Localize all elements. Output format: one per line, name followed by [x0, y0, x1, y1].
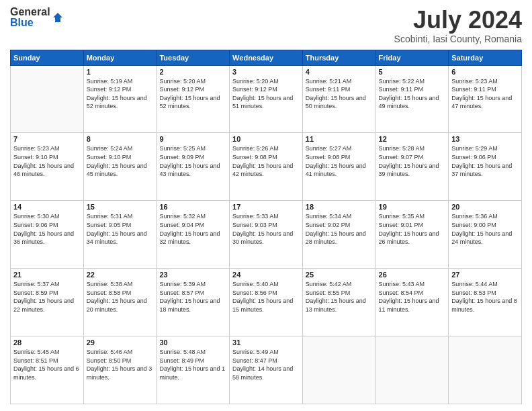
calendar-cell: 22 Sunrise: 5:38 AM Sunset: 8:58 PM Dayl… — [83, 269, 157, 336]
cell-info: Sunrise: 5:19 AM Sunset: 9:12 PM Dayligh… — [87, 77, 154, 111]
day-header-friday: Friday — [375, 50, 449, 65]
day-number: 2 — [159, 68, 226, 76]
day-header-monday: Monday — [83, 50, 157, 65]
cell-info: Sunrise: 5:43 AM Sunset: 8:54 PM Dayligh… — [379, 280, 446, 314]
cell-info: Sunrise: 5:31 AM Sunset: 9:05 PM Dayligh… — [87, 212, 154, 246]
page: General Blue July 2024 Scobinti, Iasi Co… — [0, 0, 532, 411]
day-header-wednesday: Wednesday — [230, 50, 303, 65]
day-number: 6 — [451, 68, 519, 76]
calendar-cell: 7 Sunrise: 5:23 AM Sunset: 9:10 PM Dayli… — [11, 133, 84, 201]
cell-info: Sunrise: 5:21 AM Sunset: 9:11 PM Dayligh… — [306, 77, 373, 111]
day-number: 3 — [232, 68, 300, 76]
calendar-cell: 8 Sunrise: 5:24 AM Sunset: 9:10 PM Dayli… — [83, 133, 157, 201]
cell-info: Sunrise: 5:36 AM Sunset: 9:00 PM Dayligh… — [451, 212, 519, 246]
day-header-sunday: Sunday — [11, 50, 84, 65]
calendar-cell: 29 Sunrise: 5:46 AM Sunset: 8:50 PM Dayl… — [83, 336, 157, 404]
calendar-cell: 16 Sunrise: 5:32 AM Sunset: 9:04 PM Dayl… — [157, 201, 230, 269]
logo-blue-text: Blue — [10, 17, 50, 28]
day-number: 22 — [87, 271, 154, 279]
day-number: 18 — [306, 203, 373, 211]
calendar-cell: 30 Sunrise: 5:48 AM Sunset: 8:49 PM Dayl… — [157, 336, 230, 404]
cell-info: Sunrise: 5:49 AM Sunset: 8:47 PM Dayligh… — [232, 348, 300, 381]
cell-info: Sunrise: 5:48 AM Sunset: 8:49 PM Dayligh… — [159, 348, 226, 381]
calendar-cell: 19 Sunrise: 5:35 AM Sunset: 9:01 PM Dayl… — [375, 201, 449, 269]
cell-info: Sunrise: 5:46 AM Sunset: 8:50 PM Dayligh… — [87, 348, 154, 381]
day-number: 25 — [306, 271, 373, 279]
calendar-cell: 26 Sunrise: 5:43 AM Sunset: 8:54 PM Dayl… — [375, 269, 449, 336]
cell-info: Sunrise: 5:30 AM Sunset: 9:06 PM Dayligh… — [13, 212, 81, 246]
day-number: 1 — [87, 68, 154, 76]
calendar-cell: 1 Sunrise: 5:19 AM Sunset: 9:12 PM Dayli… — [83, 65, 157, 133]
cell-info: Sunrise: 5:29 AM Sunset: 9:06 PM Dayligh… — [451, 144, 519, 178]
logo-general-text: General — [10, 7, 50, 17]
day-number: 13 — [451, 135, 519, 143]
cell-info: Sunrise: 5:25 AM Sunset: 9:09 PM Dayligh… — [159, 144, 226, 178]
cell-info: Sunrise: 5:39 AM Sunset: 8:57 PM Dayligh… — [159, 280, 226, 314]
cell-info: Sunrise: 5:24 AM Sunset: 9:10 PM Dayligh… — [87, 144, 154, 178]
day-number: 29 — [87, 338, 154, 347]
cell-info: Sunrise: 5:38 AM Sunset: 8:58 PM Dayligh… — [87, 280, 154, 314]
day-number: 23 — [159, 271, 226, 279]
calendar-cell: 24 Sunrise: 5:40 AM Sunset: 8:56 PM Dayl… — [230, 269, 303, 336]
title-block: July 2024 Scobinti, Iasi County, Romania — [394, 7, 522, 44]
calendar-cell: 25 Sunrise: 5:42 AM Sunset: 8:55 PM Dayl… — [302, 269, 375, 336]
day-number: 9 — [159, 135, 226, 143]
logo: General Blue — [10, 7, 64, 28]
day-number: 28 — [13, 338, 81, 347]
cell-info: Sunrise: 5:45 AM Sunset: 8:51 PM Dayligh… — [13, 348, 81, 381]
header: General Blue July 2024 Scobinti, Iasi Co… — [10, 7, 522, 44]
day-number: 31 — [232, 338, 300, 347]
day-header-tuesday: Tuesday — [157, 50, 230, 65]
cell-info: Sunrise: 5:34 AM Sunset: 9:02 PM Dayligh… — [306, 212, 373, 246]
day-number: 20 — [451, 203, 519, 211]
calendar-table: SundayMondayTuesdayWednesdayThursdayFrid… — [10, 50, 522, 404]
day-number: 21 — [13, 271, 81, 279]
cell-info: Sunrise: 5:27 AM Sunset: 9:08 PM Dayligh… — [306, 144, 373, 178]
day-number: 17 — [232, 203, 300, 211]
day-number: 12 — [379, 135, 446, 143]
calendar-cell: 3 Sunrise: 5:20 AM Sunset: 9:12 PM Dayli… — [230, 65, 303, 133]
week-row-4: 28 Sunrise: 5:45 AM Sunset: 8:51 PM Dayl… — [11, 336, 522, 404]
cell-info: Sunrise: 5:28 AM Sunset: 9:07 PM Dayligh… — [379, 144, 446, 178]
day-number: 7 — [13, 135, 81, 143]
day-number: 5 — [379, 68, 446, 76]
calendar-cell: 13 Sunrise: 5:29 AM Sunset: 9:06 PM Dayl… — [449, 133, 522, 201]
calendar-cell — [11, 65, 84, 133]
calendar-cell: 23 Sunrise: 5:39 AM Sunset: 8:57 PM Dayl… — [157, 269, 230, 336]
calendar-cell: 31 Sunrise: 5:49 AM Sunset: 8:47 PM Dayl… — [230, 336, 303, 404]
month-title: July 2024 — [394, 7, 522, 34]
calendar-cell: 14 Sunrise: 5:30 AM Sunset: 9:06 PM Dayl… — [11, 201, 84, 269]
calendar-cell: 17 Sunrise: 5:33 AM Sunset: 9:03 PM Dayl… — [230, 201, 303, 269]
day-number: 19 — [379, 203, 446, 211]
calendar-header: SundayMondayTuesdayWednesdayThursdayFrid… — [11, 50, 522, 65]
calendar-cell — [375, 336, 449, 404]
cell-info: Sunrise: 5:42 AM Sunset: 8:55 PM Dayligh… — [306, 280, 373, 314]
day-number: 27 — [451, 271, 519, 279]
cell-info: Sunrise: 5:35 AM Sunset: 9:01 PM Dayligh… — [379, 212, 446, 246]
calendar-cell: 28 Sunrise: 5:45 AM Sunset: 8:51 PM Dayl… — [11, 336, 84, 404]
day-header-saturday: Saturday — [449, 50, 522, 65]
calendar-cell: 15 Sunrise: 5:31 AM Sunset: 9:05 PM Dayl… — [83, 201, 157, 269]
day-number: 4 — [306, 68, 373, 76]
day-header-thursday: Thursday — [302, 50, 375, 65]
cell-info: Sunrise: 5:44 AM Sunset: 8:53 PM Dayligh… — [451, 280, 519, 314]
cell-info: Sunrise: 5:20 AM Sunset: 9:12 PM Dayligh… — [159, 77, 226, 111]
day-number: 11 — [306, 135, 373, 143]
calendar-cell: 11 Sunrise: 5:27 AM Sunset: 9:08 PM Dayl… — [302, 133, 375, 201]
calendar-cell: 21 Sunrise: 5:37 AM Sunset: 8:59 PM Dayl… — [11, 269, 84, 336]
logo-icon — [52, 11, 64, 24]
cell-info: Sunrise: 5:20 AM Sunset: 9:12 PM Dayligh… — [232, 77, 300, 111]
calendar-cell: 5 Sunrise: 5:22 AM Sunset: 9:11 PM Dayli… — [375, 65, 449, 133]
cell-info: Sunrise: 5:32 AM Sunset: 9:04 PM Dayligh… — [159, 212, 226, 246]
cell-info: Sunrise: 5:23 AM Sunset: 9:10 PM Dayligh… — [13, 144, 81, 178]
week-row-3: 21 Sunrise: 5:37 AM Sunset: 8:59 PM Dayl… — [11, 269, 522, 336]
calendar-cell: 2 Sunrise: 5:20 AM Sunset: 9:12 PM Dayli… — [157, 65, 230, 133]
calendar-cell: 6 Sunrise: 5:23 AM Sunset: 9:11 PM Dayli… — [449, 65, 522, 133]
cell-info: Sunrise: 5:37 AM Sunset: 8:59 PM Dayligh… — [13, 280, 81, 314]
calendar-cell: 18 Sunrise: 5:34 AM Sunset: 9:02 PM Dayl… — [302, 201, 375, 269]
day-number: 14 — [13, 203, 81, 211]
week-row-0: 1 Sunrise: 5:19 AM Sunset: 9:12 PM Dayli… — [11, 65, 522, 133]
week-row-1: 7 Sunrise: 5:23 AM Sunset: 9:10 PM Dayli… — [11, 133, 522, 201]
calendar-cell — [302, 336, 375, 404]
calendar-cell: 4 Sunrise: 5:21 AM Sunset: 9:11 PM Dayli… — [302, 65, 375, 133]
